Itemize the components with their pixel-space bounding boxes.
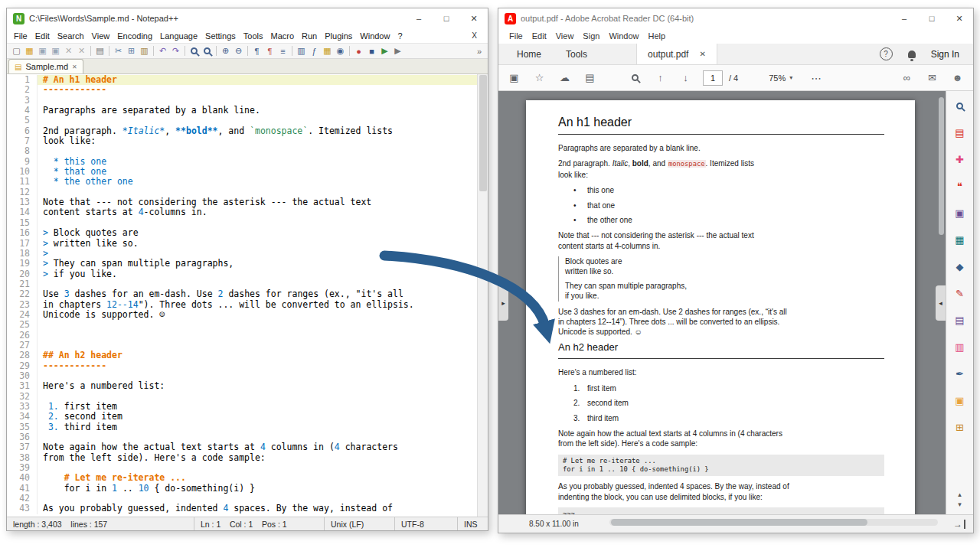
record-macro-icon[interactable]: ● xyxy=(352,44,365,57)
measure-tool-icon[interactable]: ⊞ xyxy=(953,420,967,434)
npp-menu-file[interactable]: File xyxy=(10,30,31,42)
npp-editor[interactable]: 1# An h1 header2------------34Paragraphs… xyxy=(7,74,488,517)
toolbar-overflow-chevron-icon[interactable]: » xyxy=(477,47,485,56)
npp-menu-tools[interactable]: Tools xyxy=(240,30,267,42)
acr-menu-view[interactable]: View xyxy=(551,30,579,42)
npp-tab-close-icon[interactable]: ✕ xyxy=(72,64,77,70)
editor-line-38[interactable]: 38from the left side). Here's a code sam… xyxy=(7,453,477,463)
new-file-icon[interactable]: ▢ xyxy=(10,44,23,57)
editor-line-5[interactable]: 5 xyxy=(7,116,477,126)
paste-icon[interactable]: ▥ xyxy=(138,44,151,57)
sidebar-collapse-up-icon[interactable]: ▴ xyxy=(958,491,962,498)
acr-vscroll-thumb[interactable] xyxy=(939,97,944,235)
npp-menu-settings[interactable]: Settings xyxy=(201,30,240,42)
acr-menu-window[interactable]: Window xyxy=(604,30,643,42)
acr-titlebar[interactable]: A output.pdf - Adobe Acrobat Reader DC (… xyxy=(498,8,973,28)
editor-line-28[interactable]: 28## An h2 header xyxy=(7,350,477,360)
document-map-icon[interactable]: ▥ xyxy=(295,44,308,57)
fill-sign-tool-icon[interactable]: ✒ xyxy=(953,367,967,380)
zoom-dropdown-caret-icon[interactable]: ▾ xyxy=(789,74,792,81)
editor-line-33[interactable]: 33 1. first item xyxy=(7,402,477,412)
editor-line-21[interactable]: 21 xyxy=(7,279,477,289)
monitoring-icon[interactable]: ◉ xyxy=(334,44,347,57)
close-icon[interactable]: ✕ xyxy=(62,44,75,57)
npp-menu-run[interactable]: Run xyxy=(298,30,321,42)
share-link-icon[interactable]: ∞ xyxy=(900,71,913,84)
editor-line-34[interactable]: 34 2. second item xyxy=(7,412,477,422)
editor-line-16[interactable]: 16> Block quotes are xyxy=(7,228,477,238)
cloud-upload-icon[interactable]: ☁ xyxy=(558,71,571,84)
npp-titlebar[interactable]: N C:\Files\Words\Sample.md - Notepad++ –… xyxy=(7,8,488,28)
editor-line-43[interactable]: 43As you probably guessed, indented 4 sp… xyxy=(7,504,477,514)
search-tool-icon[interactable] xyxy=(953,99,967,112)
acr-hscroll-thumb[interactable] xyxy=(611,519,867,526)
zoom-out-icon[interactable]: ⊖ xyxy=(232,44,245,57)
folder-as-workspace-icon[interactable]: ▦ xyxy=(321,44,334,57)
editor-line-19[interactable]: 19> They can span multiple paragraphs, xyxy=(7,259,477,269)
editor-line-9[interactable]: 9 * this one xyxy=(7,157,477,167)
tab-tools[interactable]: Tools xyxy=(554,44,599,64)
page-number-input[interactable] xyxy=(703,70,723,86)
pdf-page[interactable]: An h1 headerParagraphs are separated by … xyxy=(526,100,915,514)
play-macro-icon[interactable]: ▶ xyxy=(378,44,391,57)
editor-line-41[interactable]: 41 for i in 1 .. 10 { do-something(i) } xyxy=(7,484,477,494)
undo-icon[interactable]: ↶ xyxy=(156,44,169,57)
editor-line-17[interactable]: 17> written like so. xyxy=(7,239,477,249)
editor-line-30[interactable]: 30 xyxy=(7,371,477,381)
editor-line-15[interactable]: 15 xyxy=(7,218,477,228)
acr-document-area[interactable]: An h1 headerParagraphs are separated by … xyxy=(498,91,973,514)
editor-line-23[interactable]: 23in chapters 12--14"). Three dots ... w… xyxy=(7,300,477,310)
zoom-out-tool-icon[interactable] xyxy=(629,71,642,84)
zoom-control[interactable]: 75% ▾ xyxy=(769,73,792,83)
show-all-characters-icon[interactable]: ¶ xyxy=(263,44,276,57)
function-list-icon[interactable]: ƒ xyxy=(308,44,321,57)
editor-line-14[interactable]: 14content starts at 4-columns in. xyxy=(7,207,477,217)
editor-line-42[interactable]: 42 xyxy=(7,494,477,504)
editor-line-25[interactable]: 25 xyxy=(7,320,477,330)
acr-doctab-close-icon[interactable]: ✕ xyxy=(699,50,705,58)
npp-menu-window[interactable]: Window xyxy=(356,30,394,42)
editor-line-27[interactable]: 27 xyxy=(7,341,477,350)
run-macro-multiple-icon[interactable]: ▶ xyxy=(391,44,404,57)
page-up-icon[interactable]: ↑ xyxy=(654,71,667,84)
editor-line-22[interactable]: 22Use 3 dashes for an em-dash. Use 2 das… xyxy=(7,289,477,299)
npp-menu-help[interactable]: ? xyxy=(394,30,406,42)
expand-pane-icon[interactable]: → xyxy=(953,520,965,529)
cut-icon[interactable]: ✂ xyxy=(112,44,125,57)
editor-line-40[interactable]: 40 # Let me re-iterate ... xyxy=(7,473,477,483)
combine-files-tool-icon[interactable]: ▣ xyxy=(953,206,967,220)
email-icon[interactable]: ✉ xyxy=(926,71,939,84)
editor-line-3[interactable]: 3 xyxy=(7,96,477,106)
editor-line-12[interactable]: 12 xyxy=(7,187,477,197)
save-all-icon[interactable]: ▣ xyxy=(49,44,62,57)
editor-line-35[interactable]: 35 3. third item xyxy=(7,422,477,432)
npp-menu-view[interactable]: View xyxy=(88,30,114,42)
editor-line-10[interactable]: 10 * that one xyxy=(7,167,477,177)
print-icon[interactable]: ▤ xyxy=(93,44,106,57)
stop-macro-icon[interactable]: ■ xyxy=(365,44,378,57)
zoom-in-icon[interactable]: ⊕ xyxy=(219,44,232,57)
editor-line-13[interactable]: 13Note that --- not considering the aste… xyxy=(7,197,477,207)
compress-pdf-tool-icon[interactable]: ◆ xyxy=(953,259,967,273)
sign-in-button[interactable]: Sign In xyxy=(931,49,959,60)
editor-line-6[interactable]: 62nd paragraph. *Italic*, **bold**, and … xyxy=(7,126,477,136)
sidebar-collapse-down-icon[interactable]: ▾ xyxy=(958,500,962,508)
editor-line-18[interactable]: 18> xyxy=(7,249,477,259)
export-pdf-tool-icon[interactable]: ▤ xyxy=(953,126,967,139)
editor-line-7[interactable]: 7look like: xyxy=(7,136,477,146)
acr-menu-help[interactable]: Help xyxy=(644,30,671,42)
more-tools-button[interactable]: ⋯ xyxy=(811,72,822,84)
npp-maximize-button[interactable]: □ xyxy=(433,8,460,28)
npp-document-tab[interactable]: ▤ Sample.md ✕ xyxy=(8,59,83,73)
editor-line-1[interactable]: 1# An h1 header xyxy=(7,75,477,85)
redact-tool-icon[interactable]: ▥ xyxy=(953,340,967,354)
npp-menu-language[interactable]: Language xyxy=(156,30,201,42)
prepare-form-tool-icon[interactable]: ▤ xyxy=(953,313,967,327)
acr-menu-edit[interactable]: Edit xyxy=(528,30,551,42)
acr-menu-sign[interactable]: Sign xyxy=(578,30,604,42)
page-down-icon[interactable]: ↓ xyxy=(679,71,692,84)
editor-line-36[interactable]: 36 xyxy=(7,432,477,442)
editor-line-4[interactable]: 4Paragraphs are separated by a blank lin… xyxy=(7,106,477,116)
acr-maximize-button[interactable]: □ xyxy=(918,8,946,28)
indent-guide-icon[interactable]: ≡ xyxy=(276,44,289,57)
